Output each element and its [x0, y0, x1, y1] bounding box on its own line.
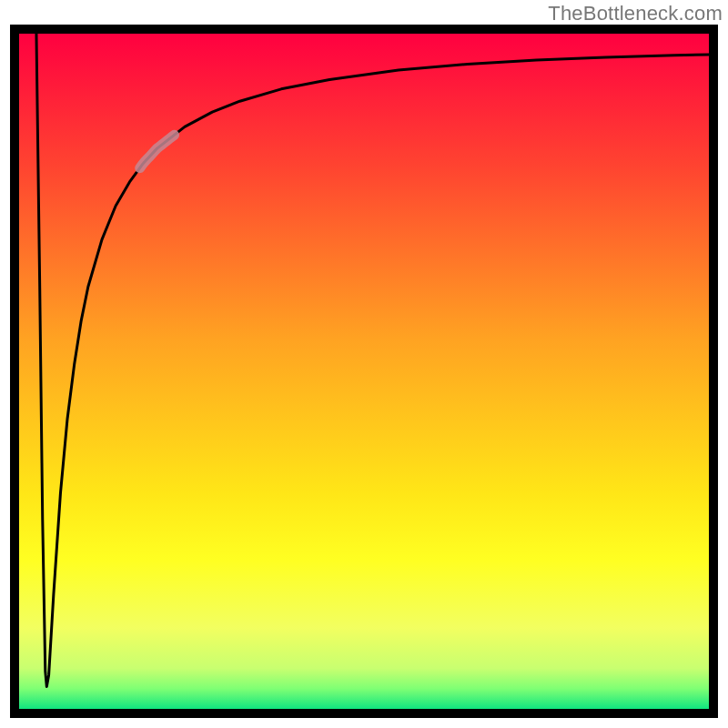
bottleneck-chart — [19, 34, 709, 709]
gradient-background — [19, 34, 709, 709]
chart-frame — [10, 25, 718, 718]
watermark-text: TheBottleneck.com — [548, 2, 723, 25]
